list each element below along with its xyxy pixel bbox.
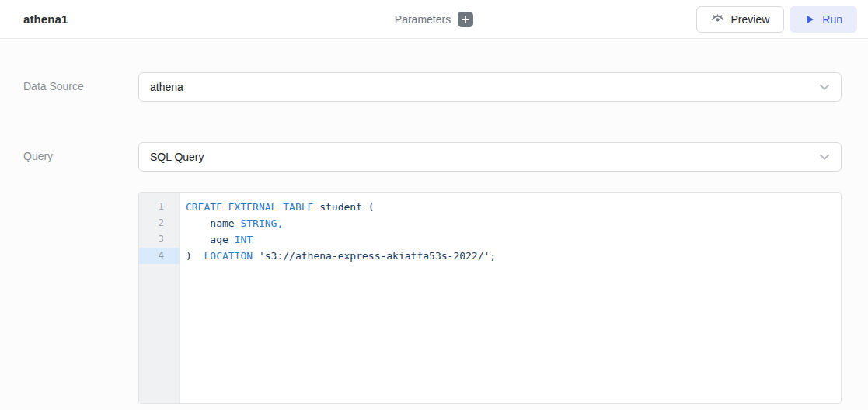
code-text: name STRING, [186, 215, 283, 231]
code-line[interactable]: 4) LOCATION 's3://athena-express-akiatfa… [139, 248, 841, 264]
parameters-label: Parameters [395, 13, 451, 26]
action-buttons: Preview Run [696, 6, 857, 33]
add-parameter-button[interactable] [458, 12, 473, 27]
line-number: 4 [139, 248, 180, 264]
plus-icon [462, 16, 469, 23]
data-source-value: athena [150, 81, 183, 93]
chevron-down-icon [817, 80, 831, 94]
run-button-label: Run [822, 13, 842, 26]
preview-button-label: Preview [731, 13, 770, 26]
code-line[interactable]: 1CREATE EXTERNAL TABLE student ( [139, 199, 841, 215]
data-source-row: Data Source athena [23, 72, 868, 102]
sql-editor[interactable]: 1CREATE EXTERNAL TABLE student (2 name S… [138, 192, 842, 404]
query-title: athena1 [23, 12, 68, 26]
data-source-select[interactable]: athena [138, 72, 842, 102]
data-source-label: Data Source [23, 72, 138, 92]
query-type-value: SQL Query [150, 151, 204, 163]
code-text: ) LOCATION 's3://athena-express-akiatfa5… [186, 248, 496, 264]
editor-spacer [23, 192, 138, 200]
run-button[interactable]: Run [790, 6, 857, 33]
top-bar: athena1 Parameters Preview Run [0, 0, 868, 39]
eye-icon [711, 12, 724, 26]
code-line[interactable]: 3 age INT [139, 231, 841, 248]
code-line[interactable]: 2 name STRING, [139, 215, 841, 231]
query-form: Data Source athena Query SQL Query [0, 39, 868, 404]
editor-lines: 1CREATE EXTERNAL TABLE student (2 name S… [139, 193, 841, 264]
preview-button[interactable]: Preview [696, 6, 785, 33]
query-label: Query [23, 142, 138, 162]
code-text: age INT [186, 231, 253, 248]
line-number: 3 [139, 231, 180, 248]
line-number: 1 [139, 199, 180, 215]
query-type-row: Query SQL Query [23, 142, 868, 172]
play-icon [804, 14, 815, 25]
query-type-select[interactable]: SQL Query [138, 142, 842, 172]
code-text: CREATE EXTERNAL TABLE student ( [186, 199, 375, 215]
chevron-down-icon [817, 150, 831, 164]
sql-editor-row: 1CREATE EXTERNAL TABLE student (2 name S… [23, 192, 868, 404]
line-number: 2 [139, 215, 180, 231]
